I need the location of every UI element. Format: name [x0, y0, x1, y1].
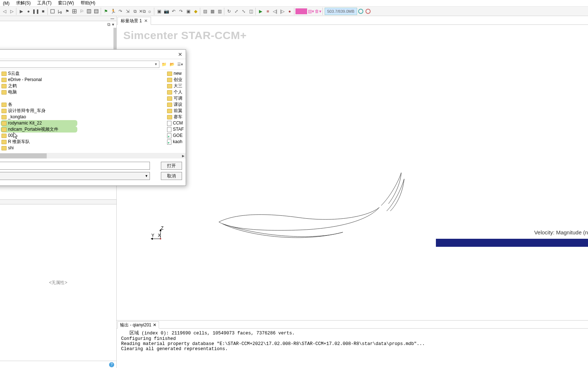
flag2-icon[interactable]: ⚐	[78, 8, 85, 15]
fit2-icon[interactable]: ◫	[247, 8, 255, 15]
diamond-icon[interactable]: ◆	[192, 8, 199, 15]
file-item[interactable]: 赛车	[166, 114, 185, 120]
pink-block3-icon[interactable]: ▧▾	[307, 8, 314, 15]
tab-close-icon[interactable]: ✕	[144, 18, 148, 23]
play-rev-icon[interactable]: ◁	[1, 8, 8, 15]
redo-icon[interactable]: ↷	[177, 8, 185, 15]
new-folder-icon[interactable]: 📂	[169, 61, 175, 68]
file-list-hscroll[interactable]: ▶	[0, 153, 186, 158]
open-button[interactable]: 打开	[161, 162, 182, 170]
record-icon[interactable]: ●	[25, 8, 32, 15]
grid1-icon[interactable]	[71, 8, 78, 15]
play2-icon[interactable]: ▶	[257, 8, 264, 15]
grid2-icon[interactable]	[85, 8, 93, 15]
sun-icon[interactable]: ☼	[146, 8, 153, 15]
flag-select-icon[interactable]: ⚑	[63, 8, 71, 15]
greenflag-icon[interactable]: ⚑	[102, 8, 109, 15]
refresh-icon[interactable]: ↻	[225, 8, 233, 15]
camera-icon[interactable]: 📷	[163, 8, 170, 15]
file-item[interactable]: 可调	[166, 95, 185, 101]
next-icon[interactable]: |▷	[279, 8, 286, 15]
cancel-button[interactable]: 取消	[161, 172, 182, 180]
dialog-file-list[interactable]: S云盘eDrive - Personal之鹤电脑 各设计答辩专用_车身_kong…	[0, 69, 186, 153]
tab-output[interactable]: 输出 - qianyi201 ✕	[117, 321, 159, 329]
file-item[interactable]: 之鹤	[1, 83, 77, 89]
tree-filter-icon[interactable]: ▾	[112, 22, 114, 27]
file-item[interactable]: 个人	[166, 89, 185, 95]
play-fwd-icon[interactable]: ▷	[8, 8, 15, 15]
gc-icon[interactable]	[357, 8, 364, 15]
dialog-close-icon[interactable]: ✕	[175, 50, 186, 59]
pink-block2-icon[interactable]	[301, 8, 307, 14]
file-item[interactable]: ndicam_Portable视频文件	[1, 126, 77, 133]
menu-tools[interactable]: 工具(T)	[36, 0, 53, 6]
undo-icon[interactable]: ↶	[170, 8, 177, 15]
expand-icon[interactable]: ⤡	[240, 8, 247, 15]
file-item[interactable]: 大三	[166, 83, 185, 89]
cube-plus-icon[interactable]: ▣	[185, 8, 192, 15]
viewport-3d[interactable]: Simcenter STAR-CCM+ Y X Z Velocity: Magn…	[117, 25, 588, 321]
person-run-icon[interactable]: 🏃	[109, 8, 117, 15]
file-item[interactable]: eDrive - Personal	[1, 77, 77, 83]
help-icon[interactable]: ?	[109, 362, 114, 367]
layout2-icon[interactable]: ▦	[209, 8, 216, 15]
stop-icon[interactable]: ■	[39, 8, 47, 15]
filetype-select[interactable]: 所有可导入文件 ▼	[0, 172, 150, 180]
menu-help[interactable]: 帮助(H)	[79, 0, 97, 6]
layout1-icon[interactable]: ▤	[201, 8, 209, 15]
filename-input[interactable]	[0, 162, 150, 170]
file-item[interactable]: 各	[1, 101, 77, 108]
menu-window[interactable]: 窗口(W)	[57, 0, 75, 6]
layout3-icon[interactable]: ▥	[216, 8, 223, 15]
output-console[interactable]: 区域 (index 0): 2119690 cells, 10549073 fa…	[117, 329, 588, 368]
menu-m[interactable]: (M)	[1, 1, 11, 6]
chain-icon[interactable]: ⧉	[131, 8, 139, 15]
file-item[interactable]: CCM	[166, 120, 185, 126]
run-icon[interactable]: ▶	[18, 8, 25, 15]
file-item[interactable]: _kongtao	[1, 114, 77, 120]
file-open-dialog: ✕ 面 ▼ 📁 📂 ☰▾ S云盘eDrive - Personal之鹤电脑 各设…	[0, 49, 186, 186]
menu-solve[interactable]: 求解(S)	[15, 0, 32, 6]
gc2-icon[interactable]	[364, 8, 372, 15]
up-folder-icon[interactable]: 📁	[161, 61, 167, 68]
file-item[interactable]: 课设	[166, 101, 185, 108]
folder-icon	[1, 109, 7, 113]
unchain-icon[interactable]: ✕⧉	[139, 8, 146, 15]
shape-icon[interactable]: ▣	[155, 8, 163, 15]
file-item[interactable]: STAF	[166, 126, 185, 133]
stop2-icon[interactable]: ■	[264, 8, 271, 15]
file-item[interactable]: kaoh	[166, 139, 185, 145]
output-tab-close-icon[interactable]: ✕	[153, 322, 156, 327]
panel-minimize[interactable]: —	[0, 16, 116, 21]
rec2-icon[interactable]: ●	[286, 8, 293, 15]
grid3-icon[interactable]	[93, 8, 100, 15]
file-item[interactable]: R 惟新车队	[1, 139, 77, 145]
box-out-icon[interactable]: ⇲	[124, 8, 131, 15]
file-item[interactable]: 前翼	[166, 108, 185, 114]
pause-icon[interactable]: ❚❚	[32, 8, 39, 15]
scroll-right-icon[interactable]: ▶	[181, 153, 186, 158]
prev-icon[interactable]: ◁|	[271, 8, 279, 15]
dialog-path-field[interactable]: 面 ▼	[0, 61, 159, 68]
file-item[interactable]: GOE	[166, 133, 185, 139]
view-mode-icon[interactable]: ☰▾	[177, 61, 183, 68]
file-item[interactable]: 电脑	[1, 89, 77, 95]
file-item[interactable]: 00S	[1, 133, 77, 139]
pink-block-icon[interactable]	[295, 8, 301, 14]
file-item[interactable]: new	[166, 70, 185, 77]
trash-icon[interactable]: 🗑▾	[314, 8, 322, 15]
file-item[interactable]: S云盘	[1, 70, 77, 77]
file-item[interactable]: rodynamic Kit_22	[1, 120, 77, 126]
fit-icon[interactable]: ⤢	[233, 8, 240, 15]
path-dropdown-icon[interactable]: ▼	[154, 62, 158, 66]
filetype-dropdown-icon[interactable]: ▼	[145, 174, 148, 178]
file-item[interactable]: 创业	[166, 77, 185, 83]
pick-icon[interactable]	[56, 8, 63, 15]
dialog-titlebar[interactable]: ✕	[0, 50, 186, 59]
tree-expand-icon[interactable]: ⧉	[107, 22, 111, 27]
file-item[interactable]: shi	[1, 145, 77, 151]
tab-scalar-scene[interactable]: 标量场景 1 ✕	[117, 17, 151, 25]
cube-sel-icon[interactable]	[49, 8, 56, 15]
file-item[interactable]: 设计答辩专用_车身	[1, 108, 77, 114]
step-icon[interactable]: ↷	[117, 8, 124, 15]
